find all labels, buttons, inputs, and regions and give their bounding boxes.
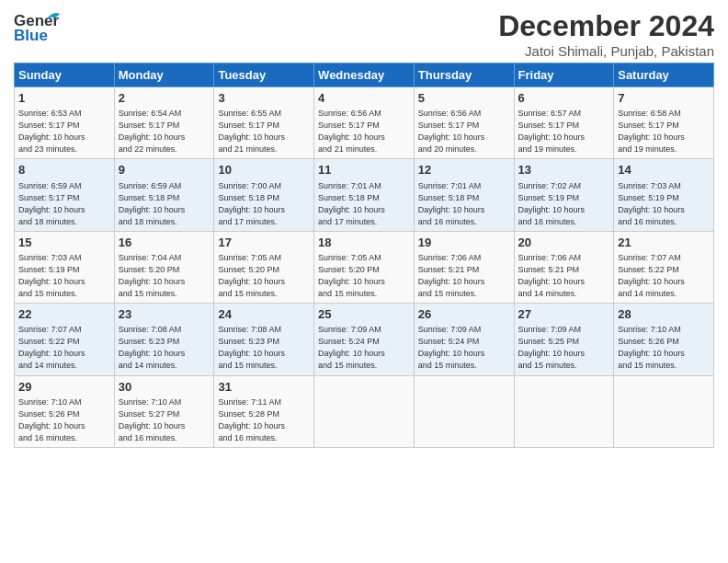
calendar-cell: 5Sunrise: 6:56 AM Sunset: 5:17 PM Daylig… [414,87,514,159]
calendar-cell: 30Sunrise: 7:10 AM Sunset: 5:27 PM Dayli… [114,375,214,447]
day-info: Sunrise: 7:01 AM Sunset: 5:18 PM Dayligh… [418,180,510,228]
day-info: Sunrise: 7:10 AM Sunset: 5:27 PM Dayligh… [119,396,210,444]
day-number: 14 [618,162,710,178]
calendar-cell: 17Sunrise: 7:05 AM Sunset: 5:20 PM Dayli… [214,231,314,303]
day-info: Sunrise: 7:06 AM Sunset: 5:21 PM Dayligh… [418,252,510,300]
calendar-cell: 22Sunrise: 7:07 AM Sunset: 5:22 PM Dayli… [15,304,115,375]
col-tuesday: Tuesday [214,63,314,87]
day-info: Sunrise: 7:09 AM Sunset: 5:24 PM Dayligh… [318,324,410,372]
week-row-3: 15Sunrise: 7:03 AM Sunset: 5:19 PM Dayli… [15,231,714,303]
day-info: Sunrise: 7:00 AM Sunset: 5:18 PM Dayligh… [218,180,310,228]
day-number: 19 [418,235,510,251]
day-number: 25 [318,306,410,323]
week-row-5: 29Sunrise: 7:10 AM Sunset: 5:26 PM Dayli… [15,375,714,447]
calendar-cell: 8Sunrise: 6:59 AM Sunset: 5:17 PM Daylig… [15,159,115,231]
day-number: 21 [618,235,710,251]
day-info: Sunrise: 6:55 AM Sunset: 5:17 PM Dayligh… [218,108,310,155]
calendar-cell: 31Sunrise: 7:11 AM Sunset: 5:28 PM Dayli… [214,375,314,447]
day-number: 6 [518,90,610,107]
day-number: 30 [119,379,210,396]
day-info: Sunrise: 6:58 AM Sunset: 5:17 PM Dayligh… [618,108,710,155]
day-info: Sunrise: 7:10 AM Sunset: 5:26 PM Dayligh… [618,324,710,372]
col-monday: Monday [114,63,214,87]
day-info: Sunrise: 6:53 AM Sunset: 5:17 PM Dayligh… [18,108,110,155]
calendar-cell [514,375,614,447]
day-info: Sunrise: 7:04 AM Sunset: 5:20 PM Dayligh… [119,252,210,300]
day-number: 5 [418,90,510,107]
day-info: Sunrise: 7:03 AM Sunset: 5:19 PM Dayligh… [618,180,710,228]
calendar-cell: 6Sunrise: 6:57 AM Sunset: 5:17 PM Daylig… [514,87,614,159]
day-info: Sunrise: 7:09 AM Sunset: 5:25 PM Dayligh… [518,324,610,372]
day-info: Sunrise: 7:08 AM Sunset: 5:23 PM Dayligh… [119,324,210,372]
calendar-cell: 9Sunrise: 6:59 AM Sunset: 5:18 PM Daylig… [114,159,214,231]
calendar-cell: 28Sunrise: 7:10 AM Sunset: 5:26 PM Dayli… [614,304,714,375]
day-number: 10 [218,162,310,178]
day-number: 12 [418,162,510,178]
page-container: General Blue December 2024 Jatoi Shimali… [0,0,728,457]
week-row-1: 1Sunrise: 6:53 AM Sunset: 5:17 PM Daylig… [15,87,714,159]
page-subtitle: Jatoi Shimali, Punjab, Pakistan [498,43,714,59]
day-info: Sunrise: 7:08 AM Sunset: 5:23 PM Dayligh… [218,324,310,372]
col-thursday: Thursday [414,63,514,87]
calendar-cell: 19Sunrise: 7:06 AM Sunset: 5:21 PM Dayli… [414,231,514,303]
day-number: 13 [518,162,610,178]
calendar-cell: 4Sunrise: 6:56 AM Sunset: 5:17 PM Daylig… [314,87,415,159]
day-info: Sunrise: 7:05 AM Sunset: 5:20 PM Dayligh… [218,252,310,300]
day-info: Sunrise: 7:02 AM Sunset: 5:19 PM Dayligh… [518,180,610,228]
day-info: Sunrise: 7:07 AM Sunset: 5:22 PM Dayligh… [618,252,710,300]
day-info: Sunrise: 6:56 AM Sunset: 5:17 PM Dayligh… [418,108,510,155]
calendar-cell: 7Sunrise: 6:58 AM Sunset: 5:17 PM Daylig… [614,87,714,159]
calendar-cell [414,375,514,447]
calendar-cell: 21Sunrise: 7:07 AM Sunset: 5:22 PM Dayli… [614,231,714,303]
day-number: 1 [18,90,110,107]
day-number: 2 [119,90,210,107]
day-info: Sunrise: 7:07 AM Sunset: 5:22 PM Dayligh… [18,324,110,372]
calendar-cell: 18Sunrise: 7:05 AM Sunset: 5:20 PM Dayli… [314,231,415,303]
calendar-cell: 16Sunrise: 7:04 AM Sunset: 5:20 PM Dayli… [114,231,214,303]
day-info: Sunrise: 7:09 AM Sunset: 5:24 PM Dayligh… [418,324,510,372]
calendar-body: 1Sunrise: 6:53 AM Sunset: 5:17 PM Daylig… [15,87,714,448]
day-number: 22 [18,306,110,323]
day-number: 17 [218,235,310,251]
day-number: 16 [119,235,210,251]
week-row-2: 8Sunrise: 6:59 AM Sunset: 5:17 PM Daylig… [15,159,714,231]
calendar-header-row: Sunday Monday Tuesday Wednesday Thursday… [15,63,714,87]
calendar-cell: 27Sunrise: 7:09 AM Sunset: 5:25 PM Dayli… [514,304,614,375]
day-info: Sunrise: 6:59 AM Sunset: 5:18 PM Dayligh… [119,180,210,228]
day-info: Sunrise: 7:06 AM Sunset: 5:21 PM Dayligh… [518,252,610,300]
logo-icon: General Blue [14,9,60,48]
calendar-cell [314,375,415,447]
week-row-4: 22Sunrise: 7:07 AM Sunset: 5:22 PM Dayli… [15,304,714,375]
day-info: Sunrise: 6:59 AM Sunset: 5:17 PM Dayligh… [18,180,110,228]
calendar-cell: 12Sunrise: 7:01 AM Sunset: 5:18 PM Dayli… [414,159,514,231]
calendar-cell: 13Sunrise: 7:02 AM Sunset: 5:19 PM Dayli… [514,159,614,231]
calendar-cell: 29Sunrise: 7:10 AM Sunset: 5:26 PM Dayli… [15,375,115,447]
col-saturday: Saturday [614,63,714,87]
calendar-cell: 15Sunrise: 7:03 AM Sunset: 5:19 PM Dayli… [15,231,115,303]
col-sunday: Sunday [15,63,115,87]
day-info: Sunrise: 6:56 AM Sunset: 5:17 PM Dayligh… [318,108,410,155]
calendar-table: Sunday Monday Tuesday Wednesday Thursday… [14,63,714,448]
day-number: 23 [119,306,210,323]
page-title: December 2024 [498,9,714,43]
day-number: 26 [418,306,510,323]
calendar-cell: 3Sunrise: 6:55 AM Sunset: 5:17 PM Daylig… [214,87,314,159]
day-info: Sunrise: 6:54 AM Sunset: 5:17 PM Dayligh… [119,108,210,155]
calendar-cell: 24Sunrise: 7:08 AM Sunset: 5:23 PM Dayli… [214,304,314,375]
day-number: 20 [518,235,610,251]
col-wednesday: Wednesday [314,63,415,87]
day-number: 27 [518,306,610,323]
day-number: 11 [318,162,410,178]
day-info: Sunrise: 7:05 AM Sunset: 5:20 PM Dayligh… [318,252,410,300]
calendar-cell: 2Sunrise: 6:54 AM Sunset: 5:17 PM Daylig… [114,87,214,159]
day-number: 7 [618,90,710,107]
calendar-cell: 10Sunrise: 7:00 AM Sunset: 5:18 PM Dayli… [214,159,314,231]
day-number: 29 [18,379,110,396]
col-friday: Friday [514,63,614,87]
day-number: 31 [218,379,310,396]
day-number: 4 [318,90,410,107]
calendar-cell [614,375,714,447]
day-number: 28 [618,306,710,323]
calendar-cell: 11Sunrise: 7:01 AM Sunset: 5:18 PM Dayli… [314,159,415,231]
calendar-cell: 20Sunrise: 7:06 AM Sunset: 5:21 PM Dayli… [514,231,614,303]
